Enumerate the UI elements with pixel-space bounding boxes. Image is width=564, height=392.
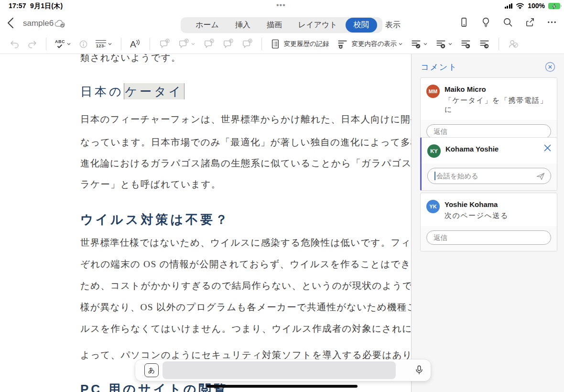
mobile-view-icon[interactable] (458, 17, 469, 28)
battery-charging-icon (548, 3, 560, 9)
tab-draw[interactable]: 描画 (259, 18, 290, 32)
document-text-line: 様が異なり、OS 以外のプログラムも各メーカーで共通性がないため機種ごとに (80, 301, 411, 314)
read-aloud-icon: A (130, 40, 141, 49)
status-time: 17:57 (9, 2, 26, 10)
status-clock: 17:57 9月1日(木) (9, 2, 63, 11)
reply-placeholder: 返信 (434, 233, 447, 242)
heading-text: 日本の (80, 85, 124, 98)
reject-change-button[interactable] (432, 39, 456, 49)
status-bar: 17:57 9月1日(木) ••• 100% (0, 0, 564, 12)
document-text-line: 日本のフィーチャーフォンは、世界標準からかけ離れた、日本人向けに開発され (80, 113, 411, 126)
heading-virus-taisaku: ウイルス対策は不要？ (80, 211, 230, 228)
comment-text: 「ケータイ」を「携帯電話」に (445, 96, 551, 114)
language-key[interactable]: あ (144, 363, 159, 377)
smart-lookup-button[interactable] (75, 40, 92, 49)
document-text-line: 類されないようです。 (80, 54, 181, 64)
read-aloud-button[interactable]: A (126, 40, 145, 49)
delete-comment-button[interactable] (174, 39, 199, 49)
send-comment-icon[interactable] (536, 172, 545, 181)
input-suggestion-strip[interactable] (163, 361, 396, 379)
avatar: KY (427, 144, 441, 158)
document-text-line: ルスを作らなくてはいけません。つまり、ウイルス作成者の対象にされにくい (80, 322, 411, 335)
next-comment-button[interactable] (238, 39, 257, 49)
share-icon[interactable] (524, 17, 535, 28)
chevron-down-icon (423, 42, 428, 46)
track-changes-label: 変更履歴の記録 (284, 40, 329, 48)
display-for-review-icon (337, 39, 348, 49)
reply-placeholder: 返信 (434, 127, 447, 136)
track-changes-icon (271, 39, 280, 49)
new-comment-button[interactable] (155, 39, 174, 49)
document-title[interactable]: sample6 (23, 19, 54, 28)
comment-card-active[interactable]: KY Kohama Yoshie 会話を始める (420, 137, 557, 191)
new-comment-input[interactable]: 会話を始める (427, 168, 551, 184)
comments-panel: コメント MM Maiko Micro 「ケータイ」を「携帯電話」に 返信 KY… (411, 54, 564, 392)
comment-card[interactable]: MM Maiko Micro 「ケータイ」を「携帯電話」に 返信 (420, 77, 557, 145)
previous-comment-button[interactable] (218, 39, 238, 49)
text-cursor (434, 172, 435, 180)
close-comments-icon[interactable] (545, 62, 555, 72)
resolve-comment-button[interactable] (199, 39, 218, 49)
tab-layout[interactable]: レイアウト (290, 18, 346, 32)
multitasking-dots-icon[interactable]: ••• (276, 1, 286, 10)
accept-change-button[interactable] (407, 39, 432, 49)
document-page[interactable]: 類されないようです。 日本のケータイ 日本のフィーチャーフォンは、世界標準からか… (0, 54, 411, 392)
tab-view[interactable]: 表示 (377, 18, 409, 32)
tab-review[interactable]: 校閲 (346, 18, 377, 33)
display-for-review-label: 変更内容の表示 (352, 40, 397, 48)
review-ribbon: ABC 123- A 変更履歴の記録 変更内容の表示 (0, 34, 564, 54)
cellular-signal-icon (505, 3, 513, 9)
comment-text: 次のページへ送る (445, 211, 509, 220)
home-indicator[interactable] (206, 385, 358, 388)
track-changes-button[interactable]: 変更履歴の記録 (267, 39, 333, 49)
line-numbers-icon: 123- (96, 40, 106, 48)
comments-panel-title: コメント (421, 62, 458, 73)
display-for-review-button[interactable]: 変更内容の表示 (333, 39, 407, 49)
chevron-down-icon (191, 42, 195, 46)
cloud-saved-icon (54, 19, 66, 28)
document-text-line: ラケー」とも呼ばれています。 (80, 178, 221, 191)
reply-input[interactable]: 返信 (426, 230, 551, 245)
tab-home[interactable]: ホーム (187, 18, 227, 32)
battery-percent: 100% (528, 2, 545, 10)
heading-nihon-no-keitai: 日本のケータイ (80, 84, 184, 99)
avatar: YK (426, 200, 440, 213)
back-icon[interactable] (6, 17, 17, 29)
comment-input-placeholder: 会話を始める (436, 172, 478, 181)
tab-insert[interactable]: 挿入 (227, 18, 259, 32)
more-options-icon[interactable] (546, 17, 557, 28)
comment-highlight[interactable]: ケータイ (124, 83, 185, 99)
line-numbers-button[interactable]: 123- (92, 40, 116, 48)
lightbulb-icon[interactable] (480, 17, 491, 28)
ribbon-tab-bar: ホーム 挿入 描画 レイアウト 校閲 表示 (181, 17, 382, 33)
heading-pc-site: PC 用のサイトの閲覧 (80, 381, 228, 392)
chevron-down-icon (448, 42, 453, 46)
search-icon[interactable] (502, 17, 513, 28)
wifi-icon (516, 2, 524, 9)
next-change-button[interactable] (475, 39, 494, 49)
title-bar: sample6 ホーム 挿入 描画 レイアウト 校閲 表示 (0, 12, 564, 34)
reply-input[interactable]: 返信 (426, 124, 551, 139)
undo-button[interactable] (6, 39, 23, 49)
document-text-line: ぞれの端末の OS の情報が公開されておらず、ウイルスを作ることはできても、 (80, 258, 411, 271)
avatar: MM (426, 85, 440, 98)
document-text-line: なっています。日本市場でのみ「最適化」が著しい独自の進化によって多機能に (80, 136, 411, 149)
comment-author: Maiko Micro (445, 85, 551, 94)
document-text-line: 進化論におけるガラパゴス諸島の生態系に似ていることから「ガラパゴスケータイ (80, 157, 411, 170)
dictation-mic-icon[interactable] (414, 365, 424, 375)
comment-card[interactable]: YK Yoshie Kohama 次のページへ送る 返信 (420, 193, 557, 251)
chevron-down-icon (108, 42, 112, 46)
keyboard-accessory-bar: あ (135, 359, 431, 381)
cancel-comment-icon[interactable] (544, 144, 551, 152)
spell-check-button[interactable]: ABC (51, 40, 75, 48)
blocked-authors-button[interactable] (504, 39, 522, 49)
spell-check-icon: ABC (55, 40, 65, 48)
chevron-down-icon (398, 42, 403, 46)
status-date: 9月1日(木) (30, 2, 63, 10)
previous-change-button[interactable] (456, 39, 475, 49)
document-text-line: ため、コストがかかりすぎるので結局作らない、というのが現状のようです。ま (80, 279, 411, 292)
redo-button[interactable] (23, 39, 41, 49)
document-text-line: 世界標準仕様ではないため、ウイルスに感染する危険性は低いです。フィーチャ (80, 236, 411, 249)
comment-author: Kohama Yoshie (445, 144, 499, 154)
comment-author: Yoshie Kohama (445, 200, 509, 209)
